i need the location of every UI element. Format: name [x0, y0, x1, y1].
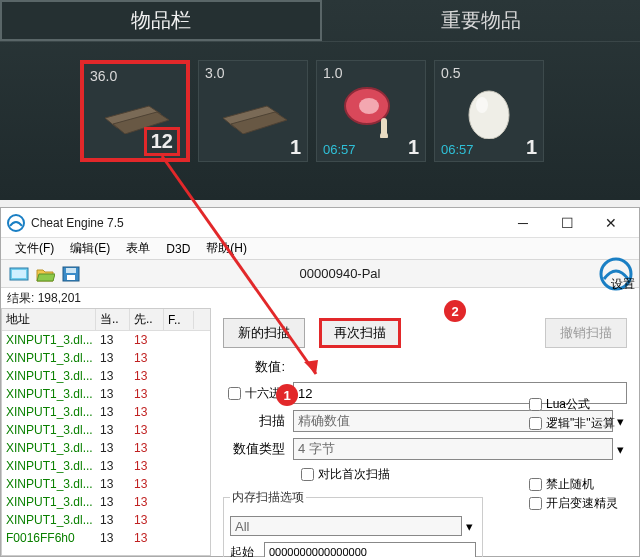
svg-marker-18 — [304, 360, 318, 374]
annotation-1: 1 — [276, 384, 298, 406]
annotation-2: 2 — [444, 300, 466, 322]
svg-line-17 — [162, 156, 316, 374]
annotation-arrow — [0, 0, 640, 557]
